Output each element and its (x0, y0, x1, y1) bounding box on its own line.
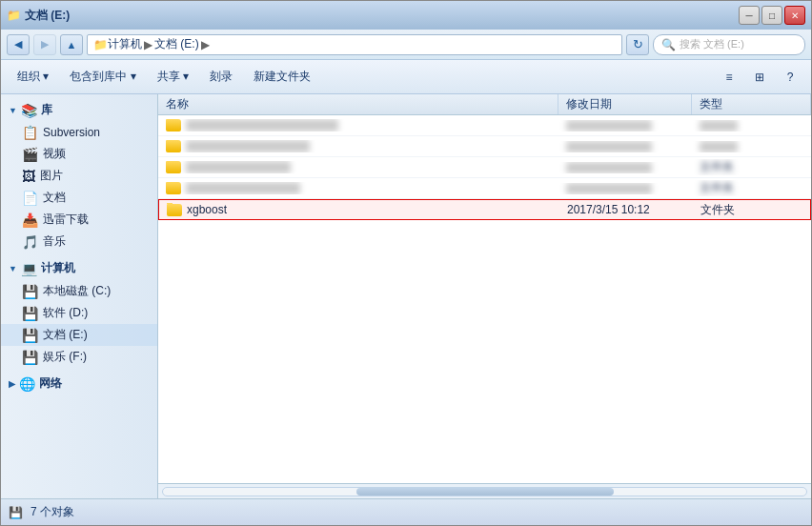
sidebar-item-video[interactable]: 🎬 视频 (1, 143, 157, 165)
back-button[interactable]: ◀ (7, 34, 30, 55)
video-icon: 🎬 (22, 147, 38, 162)
address-input[interactable]: 📁 计算机 ▶ 文档 (E:) ▶ (87, 34, 622, 55)
col-date-label: 修改日期 (566, 96, 612, 112)
file-type-cell (692, 120, 811, 132)
image-label: 图片 (40, 168, 63, 184)
share-button[interactable]: 共享 ▾ (149, 64, 197, 91)
blurred-type (700, 120, 738, 132)
thunder-label: 迅雷下载 (43, 212, 89, 228)
disk-c-icon: 💾 (22, 284, 38, 299)
address-breadcrumb: 计算机 ▶ 文档 (E:) ▶ (108, 36, 210, 52)
file-type-cell (692, 141, 811, 152)
computer-expand-arrow: ▼ (9, 264, 17, 273)
search-icon: 🔍 (661, 38, 676, 51)
table-row[interactable]: 文件夹 (158, 178, 811, 199)
maximize-button[interactable]: □ (761, 6, 782, 25)
sidebar-header-computer[interactable]: ▼ 💻 计算机 (1, 256, 157, 280)
disk-d-label: 软件 (D:) (43, 305, 88, 321)
sidebar-item-music[interactable]: 🎵 音乐 (1, 231, 157, 253)
new-folder-button[interactable]: 新建文件夹 (245, 64, 319, 91)
network-expand-arrow: ▶ (9, 379, 15, 389)
minimize-button[interactable]: ─ (739, 6, 760, 25)
sidebar-item-disk-e[interactable]: 💾 文档 (E:) (1, 324, 157, 346)
document-icon: 📄 (22, 191, 38, 206)
library-icon: 📚 (21, 103, 37, 118)
sidebar-section-computer: ▼ 💻 计算机 💾 本地磁盘 (C:) 💾 软件 (D:) 💾 文档 (E:) (1, 256, 157, 368)
file-name-cell-xgboost: xgboost (159, 203, 559, 216)
burn-button[interactable]: 刻录 (201, 64, 241, 91)
include-library-button[interactable]: 包含到库中 ▾ (61, 64, 144, 91)
folder-icon (166, 140, 181, 152)
table-row-xgboost[interactable]: xgboost 2017/3/15 10:12 文件夹 (158, 199, 811, 220)
file-name-cell (158, 161, 558, 173)
file-list: 文件夹 文件夹 (158, 115, 811, 483)
folder-icon (166, 161, 181, 173)
library-label: 库 (41, 102, 52, 118)
col-name-label: 名称 (166, 96, 189, 112)
breadcrumb-documents: 文档 (E:) (154, 36, 199, 52)
forward-button[interactable]: ▶ (33, 34, 56, 55)
music-icon: 🎵 (22, 234, 38, 250)
status-bar: 💾 7 个对象 (1, 498, 811, 525)
sidebar-section-network: ▶ 🌐 网络 (1, 372, 157, 395)
sidebar-item-disk-d[interactable]: 💾 软件 (D:) (1, 302, 157, 324)
table-row[interactable] (158, 136, 811, 157)
col-header-type[interactable]: 类型 (692, 94, 811, 114)
drive-icon: 💾 (9, 506, 23, 519)
network-label: 网络 (39, 375, 62, 392)
file-date-cell-xgboost: 2017/3/15 10:12 (559, 203, 693, 216)
organize-button[interactable]: 组织 ▾ (9, 64, 57, 91)
xgboost-name: xgboost (187, 203, 227, 216)
scrollbar-thumb[interactable] (356, 488, 614, 496)
blurred-name (186, 182, 300, 194)
col-header-name[interactable]: 名称 (158, 94, 558, 114)
sidebar-item-document[interactable]: 📄 文档 (1, 187, 157, 209)
col-header-date[interactable]: 修改日期 (558, 94, 692, 114)
file-name-cell (158, 182, 558, 194)
blurred-date (566, 141, 652, 152)
breadcrumb-sep1: ▶ (144, 38, 152, 51)
search-placeholder: 搜索 文档 (E:) (680, 37, 744, 51)
file-list-area: 名称 修改日期 类型 (158, 94, 811, 498)
status-count: 7 个对象 (30, 504, 74, 520)
search-box[interactable]: 🔍 搜索 文档 (E:) (653, 34, 805, 55)
window-title: 文档 (E:) (25, 8, 70, 24)
disk-e-label: 文档 (E:) (43, 327, 88, 343)
sidebar-header-network[interactable]: ▶ 🌐 网络 (1, 372, 157, 395)
blurred-name (186, 140, 310, 152)
close-button[interactable]: ✕ (784, 6, 805, 25)
horizontal-scrollbar[interactable] (158, 483, 811, 498)
col-type-label: 类型 (700, 96, 722, 112)
image-icon: 🖼 (22, 169, 35, 184)
view-toggle-button[interactable]: ≡ (716, 64, 742, 91)
sidebar-item-disk-f[interactable]: 💾 娱乐 (F:) (1, 346, 157, 368)
sidebar-item-thunder[interactable]: 📥 迅雷下载 (1, 209, 157, 231)
file-date-cell (558, 120, 692, 132)
library-expand-arrow: ▼ (9, 106, 17, 115)
blurred-name (186, 119, 338, 132)
file-date-cell (558, 183, 692, 194)
computer-label: 计算机 (41, 260, 75, 276)
help-button[interactable]: ? (777, 64, 803, 91)
sidebar-item-disk-c[interactable]: 💾 本地磁盘 (C:) (1, 280, 157, 302)
up-button[interactable]: ▲ (60, 34, 83, 55)
refresh-button[interactable]: ↻ (626, 34, 649, 55)
file-type-cell: 文件夹 (692, 159, 811, 175)
sidebar-item-image[interactable]: 🖼 图片 (1, 165, 157, 187)
blurred-name (186, 161, 291, 173)
sidebar-header-library[interactable]: ▼ 📚 库 (1, 98, 157, 122)
table-row[interactable] (158, 115, 811, 136)
xgboost-date: 2017/3/15 10:12 (567, 203, 650, 216)
sidebar-item-subversion[interactable]: 📋 Subversion (1, 122, 157, 143)
table-row[interactable]: 文件夹 (158, 157, 811, 178)
file-name-cell (158, 140, 558, 152)
scrollbar-track[interactable] (162, 487, 807, 496)
title-bar-left: 📁 文档 (E:) (7, 8, 70, 24)
address-bar: ◀ ▶ ▲ 📁 计算机 ▶ 文档 (E:) ▶ ↻ 🔍 搜索 文档 (E:) (1, 30, 811, 60)
toolbar-right: ≡ ⊞ ? (716, 64, 803, 91)
layout-button[interactable]: ⊞ (746, 64, 773, 91)
file-type-cell-xgboost: 文件夹 (693, 202, 810, 218)
title-bar: 📁 文档 (E:) ─ □ ✕ (1, 1, 811, 30)
toolbar: 组织 ▾ 包含到库中 ▾ 共享 ▾ 刻录 新建文件夹 ≡ ⊞ ? (1, 60, 811, 94)
breadcrumb-computer: 计算机 (108, 36, 142, 52)
